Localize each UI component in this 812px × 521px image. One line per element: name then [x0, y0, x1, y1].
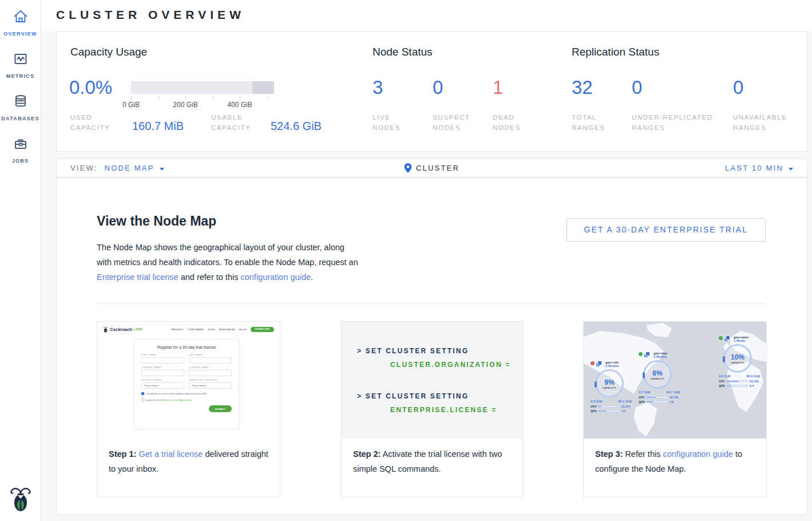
node-status-title: Node Status — [373, 46, 433, 58]
usable-capacity-value: 524.6 GiB — [271, 120, 322, 133]
page-title: CLUSTER OVERVIEW — [56, 8, 245, 22]
suspect-nodes-value: 0 — [433, 77, 443, 98]
capacity-bar — [131, 81, 274, 94]
nodes-icon — [644, 352, 651, 358]
cockroachdb-logo-icon — [10, 486, 31, 514]
node-map-description: The Node Map shows the geographical layo… — [97, 240, 361, 285]
capacity-used-percent: 0.0% — [69, 77, 112, 98]
status-live-icon — [639, 352, 643, 356]
configuration-guide-link[interactable]: configuration guide — [663, 449, 733, 459]
live-nodes-label: LIVE NODES — [373, 112, 418, 133]
home-icon — [13, 9, 29, 27]
sidebar-item-overview[interactable]: OVERVIEW — [0, 0, 41, 42]
sidebar-item-label: DATABASES — [1, 116, 39, 121]
capacity-gauge: 6%CAPACITY — [643, 360, 672, 389]
sidebar-item-label: METRICS — [6, 73, 35, 79]
status-live-icon — [719, 336, 723, 340]
sidebar-item-label: OVERVIEW — [3, 31, 37, 37]
databases-icon — [13, 93, 29, 112]
cockroach-labs-logo-icon — [103, 326, 108, 333]
used-capacity-value: 160.7 MiB — [132, 120, 184, 133]
header: CLUSTER OVERVIEW — [41, 0, 812, 31]
sidebar-item-metrics[interactable]: METRICS — [0, 42, 41, 85]
unavailable-ranges-value: 0 — [733, 77, 743, 98]
view-bar: VIEW: NODE MAP CLUSTER LAST 10 MIN — [56, 159, 807, 177]
enterprise-trial-license-link[interactable]: Enterprise trial license — [97, 273, 179, 282]
suspect-nodes-label: SUSPECT NODES — [433, 112, 484, 133]
main-area: CLUSTER OVERVIEW Capacity Usage 0.0% 0 G… — [41, 0, 812, 521]
step-1-caption: Step 1: Get a trial license delivered st… — [97, 439, 280, 484]
cluster-summary-panel: Capacity Usage 0.0% 0 GiB 200 GiB 400 Gi… — [56, 31, 807, 152]
jobs-icon — [13, 136, 29, 154]
metrics-icon — [13, 51, 29, 69]
capacity-gauge: 9%CAPACITY — [595, 369, 624, 398]
capacity-usage-title: Capacity Usage — [70, 46, 147, 58]
replication-status-title: Replication Status — [572, 46, 659, 58]
locality-marker-ams: geo=ams1 Node 10%CAPACITY 3.6 GiB36.6 Gi… — [719, 336, 766, 388]
submit-button: SUBMIT — [209, 405, 232, 412]
download-button: DOWNLOAD — [251, 327, 274, 332]
total-ranges-label: TOTAL RANGES — [572, 112, 617, 133]
dead-nodes-label: DEAD NODES — [493, 112, 533, 133]
node-map-panel: View the Node Map The Node Map shows the… — [56, 177, 807, 515]
time-range-dropdown[interactable]: LAST 10 MIN — [725, 164, 793, 172]
capacity-gauge: 10%CAPACITY — [723, 344, 752, 373]
sidebar-item-label: JOBS — [12, 158, 29, 164]
get-enterprise-trial-button[interactable]: GET A 30-DAY ENTERPRISE TRIAL — [567, 218, 766, 242]
sidebar: OVERVIEW METRICS DATABASES JOBS — [0, 0, 41, 521]
node-map-title: View the Node Map — [97, 214, 216, 229]
trial-registration-form: Register for a 30-day trial license FIRS… — [134, 339, 239, 429]
locality-marker-nyc: geo=nyc2 Nodes 6%CAPACITY 3.7 GiB43.7 Gi… — [639, 352, 689, 404]
section-divider — [97, 303, 766, 303]
map-pin-icon — [404, 163, 411, 173]
configuration-guide-link[interactable]: configuration guide — [240, 273, 311, 282]
used-capacity-label: USED CAPACITY — [70, 112, 123, 133]
view-label: VIEW: — [70, 164, 98, 172]
unavailable-ranges-label: UNAVAILABLE RANGES — [733, 112, 802, 133]
total-ranges-value: 32 — [572, 77, 593, 98]
capacity-tick-0: 0 GiB — [122, 101, 140, 109]
locality-breadcrumb[interactable]: CLUSTER — [404, 163, 460, 173]
view-selector-dropdown[interactable]: NODE MAP — [105, 164, 164, 172]
step-2-caption: Step 2: Activate the trial license with … — [342, 439, 522, 484]
status-dead-icon — [591, 361, 595, 365]
under-replicated-ranges-label: UNDER-REPLICATED RANGES — [632, 112, 726, 133]
capacity-bar-usable-segment — [252, 81, 274, 94]
step-3-card: geo=sfo2 Nodes 9%CAPACITY 3.2 GiB35.1 Gi… — [583, 321, 767, 498]
capacity-tick-400: 400 GiB — [227, 101, 252, 109]
step-2-card: > SET CLUSTER SETTING CLUSTER.ORGANIZATI… — [341, 321, 523, 498]
step-3-caption: Step 3: Refer this configuration guide t… — [584, 439, 766, 484]
usable-capacity-label: USABLE CAPACITY — [211, 112, 264, 133]
locality-marker-sfo: geo=sfo2 Nodes 9%CAPACITY 3.2 GiB35.1 Gi… — [591, 361, 641, 413]
sidebar-item-jobs[interactable]: JOBS — [0, 127, 41, 169]
step-1-screenshot: CockroachLABS PRODUCT CUSTOMERS DOCS RES… — [97, 322, 280, 439]
nodes-icon — [596, 361, 603, 368]
get-trial-license-link[interactable]: Get a trial license — [138, 449, 203, 459]
dead-nodes-value: 1 — [493, 77, 503, 98]
node-map-preview: geo=sfo2 Nodes 9%CAPACITY 3.2 GiB35.1 Gi… — [584, 322, 766, 439]
chevron-down-icon — [789, 168, 793, 171]
sidebar-item-databases[interactable]: DATABASES — [0, 85, 41, 127]
live-nodes-value: 3 — [373, 77, 383, 98]
chevron-down-icon — [160, 168, 164, 171]
sql-commands-block: > SET CLUSTER SETTING CLUSTER.ORGANIZATI… — [342, 322, 522, 439]
capacity-tick-200: 200 GiB — [173, 101, 197, 109]
step-1-card: CockroachLABS PRODUCT CUSTOMERS DOCS RES… — [97, 321, 280, 498]
nodes-icon — [724, 336, 731, 342]
under-replicated-ranges-value: 0 — [632, 77, 642, 98]
